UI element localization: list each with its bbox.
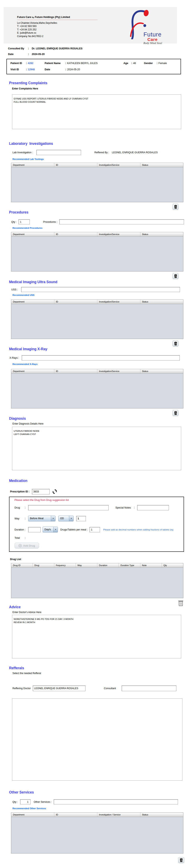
add-drug-button[interactable]: Add Drug xyxy=(14,542,39,549)
procedures-input[interactable] xyxy=(59,219,184,224)
column-header: Status xyxy=(140,369,183,373)
column-header: Department xyxy=(11,232,54,237)
section-medication: Medication Prescription ID : Please sele… xyxy=(0,479,187,598)
prescription-row: Prescription ID : xyxy=(10,489,187,495)
gender-value: Female xyxy=(158,62,167,65)
xray-table-body[interactable] xyxy=(11,374,183,408)
column-header: Way xyxy=(76,563,97,567)
refresh-prescription-button[interactable] xyxy=(52,489,58,495)
uss-table-body[interactable] xyxy=(11,304,183,339)
company-name-rest: Future Holdings (Pty) Limited xyxy=(34,16,70,19)
company-number: Company No.8417652-2 xyxy=(17,35,98,38)
column-header: ID xyxy=(54,813,97,817)
way-qty-input[interactable] xyxy=(76,516,86,521)
column-header: Investigation/Service xyxy=(97,300,140,304)
special-notes-input[interactable] xyxy=(137,505,169,510)
column-header: Drug xyxy=(33,563,54,567)
patient-row-2: Visit ID : 12948 Date : 2024-05-20 xyxy=(10,68,181,71)
add-drug-label: Add Drug xyxy=(23,544,35,547)
company-phone1: T: +24 82 593 593 xyxy=(17,25,98,28)
column-header: ID xyxy=(54,163,97,167)
drug-table-body[interactable] xyxy=(11,568,183,598)
advice-delete-button[interactable] xyxy=(178,600,184,606)
diagnosis-textarea[interactable]: UTERUS FIBROID NODE LEFT OVARIAN CYST xyxy=(12,427,181,470)
per-meal-label: Drugs/Tablets per meal : xyxy=(60,528,87,531)
gender-label: Gender xyxy=(144,62,156,65)
recommended-other-services-link[interactable]: Recommended Other Services xyxy=(12,807,187,810)
colon: : xyxy=(130,62,133,65)
duration-type-value: Day/s xyxy=(43,527,53,532)
per-meal-input[interactable] xyxy=(89,527,100,532)
trash-icon xyxy=(174,274,177,278)
colon: : xyxy=(25,68,28,71)
reffered-by-value: LEONEL ENRIQUE GUERRA ROSALES xyxy=(112,151,158,154)
reffering-doctor-input[interactable] xyxy=(33,686,85,691)
refferal-list-box[interactable] xyxy=(12,699,182,781)
recommended-procedures-link[interactable]: Recommended Procedures xyxy=(12,227,187,229)
logo-tagline: Body Mind Soul xyxy=(132,42,173,44)
recommended-xrays-link[interactable]: Recommended X-Rays xyxy=(12,363,187,365)
complaints-sublabel: Enter Complaints Here xyxy=(12,87,187,90)
procedures-qty-input[interactable] xyxy=(18,219,30,224)
drug-table-header: Drug ID Drug Fequency Way Duration Durat… xyxy=(11,563,183,568)
duration-input[interactable] xyxy=(28,527,41,532)
duration-type-select[interactable]: Day/s ▼ xyxy=(43,527,58,532)
visit-date-label: Date xyxy=(45,68,64,71)
company-email: E: jude@future.sc xyxy=(17,31,98,35)
other-services-delete-button[interactable] xyxy=(178,857,184,863)
frequency-select[interactable]: OD ▼ xyxy=(58,516,74,521)
uss-input[interactable] xyxy=(21,287,180,292)
lab-delete-button[interactable] xyxy=(173,204,179,210)
patient-id-cell: Patient ID : 4282 xyxy=(10,62,45,65)
other-services-actions xyxy=(0,857,184,863)
xray-delete-button[interactable] xyxy=(173,410,179,416)
complaints-textarea[interactable]: GYNAE USS REPORT: UTERUS FIBROID NODE AN… xyxy=(12,94,181,129)
presenting-complaints-title: Presenting Complaints xyxy=(9,81,187,85)
patient-row-1: Patient ID : 4282 Patient Name : KATHLEE… xyxy=(10,62,181,65)
consultant-input[interactable] xyxy=(122,686,176,691)
uss-table: Department ID Investigation/Service Stat… xyxy=(11,300,183,339)
uss-delete-button[interactable] xyxy=(173,341,179,347)
meal-timing-select[interactable]: Before Meal ▼ xyxy=(28,516,55,521)
column-header: Fequency xyxy=(54,563,76,567)
xray-input[interactable] xyxy=(22,355,180,361)
refresh-icon xyxy=(52,489,58,494)
age-label: Age xyxy=(123,62,130,65)
other-services-table: Department ID Investigation / Service St… xyxy=(11,812,183,854)
other-qty-input[interactable] xyxy=(20,799,31,804)
advice-textarea[interactable]: NORETHISTERONE 5 MG PO TDS FOR 21 DAY. 3… xyxy=(12,615,181,658)
column-header: Investigation / Service xyxy=(97,813,140,817)
patient-info-box: Patient ID : 4282 Patient Name : KATHLEE… xyxy=(6,59,181,74)
section-presenting-complaints: Presenting Complaints Enter Complaints H… xyxy=(0,81,187,129)
logo-text-care: Care xyxy=(132,37,173,42)
column-header: Department xyxy=(11,163,54,167)
recommended-lab-testings-link[interactable]: Recommended Lab Testings xyxy=(12,158,187,160)
prescription-id-input[interactable] xyxy=(32,489,50,494)
reffering-doctor-label: Reffering Doctor xyxy=(12,687,31,690)
other-services-title: Other Services xyxy=(9,790,187,795)
diagnosis-title: Diagnosis xyxy=(9,416,187,421)
age-value: 46 xyxy=(133,62,136,65)
other-services-input[interactable] xyxy=(54,799,178,804)
visit-id-value: 12948 xyxy=(28,68,35,71)
visit-date-cell: Date : 2024-05-20 xyxy=(45,68,123,71)
procedures-delete-button[interactable] xyxy=(173,273,179,279)
chevron-down-icon: ▼ xyxy=(51,516,55,521)
lab-table-body[interactable] xyxy=(11,167,183,202)
lab-investigation-input[interactable] xyxy=(36,150,81,155)
recommended-uss-link[interactable]: Recommended USS xyxy=(12,294,187,296)
other-services-table-body[interactable] xyxy=(11,817,183,853)
duration-label: Duration : xyxy=(14,528,28,531)
procedures-table-header: Department ID Investigation/Service Stat… xyxy=(11,232,183,237)
procedures-table-body[interactable] xyxy=(11,237,183,271)
colon: : xyxy=(25,62,28,65)
drug-list-label: Drug List xyxy=(10,558,187,561)
drug-input[interactable] xyxy=(28,505,109,510)
column-header: Department xyxy=(11,369,54,373)
special-notes-label: Special Notes xyxy=(115,506,134,509)
date-value: 2024-05-20 xyxy=(32,53,45,56)
drug-label: Drug xyxy=(14,506,25,509)
consultation-form-page: Future Care by Future Holdings (Pty) Lim… xyxy=(0,0,187,868)
xray-actions xyxy=(0,410,179,416)
date-label: Date xyxy=(8,53,28,56)
